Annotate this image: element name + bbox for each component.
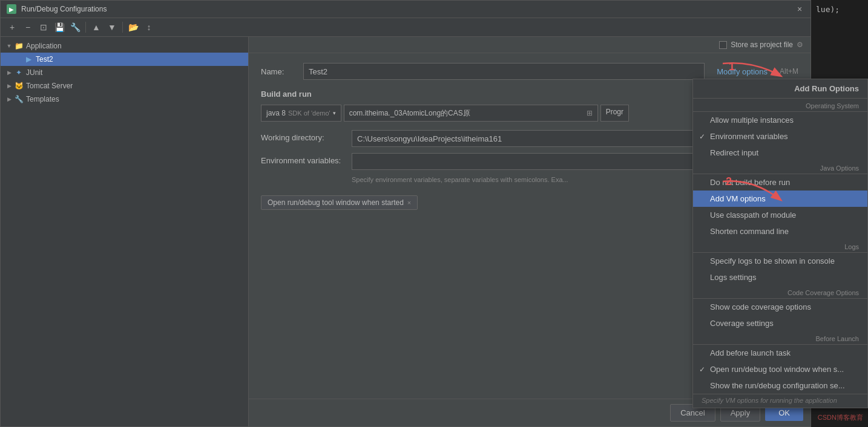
use-classpath-label: Use classpath of module [710, 210, 796, 220]
expand-arrow-junit: ▶ [5, 69, 13, 76]
sidebar-item-tomcat[interactable]: ▶ 🐱 Tomcat Server [1, 79, 248, 93]
copy-button[interactable]: ⊡ [37, 21, 50, 34]
tag-close-button[interactable]: × [407, 199, 411, 206]
save-button[interactable]: 💾 [53, 21, 66, 34]
coverage-settings-label: Coverage settings [710, 319, 774, 328]
name-label: Name: [261, 67, 297, 76]
dropdown-redirect-input[interactable]: Redirect input [693, 145, 867, 161]
expand-arrow-templates: ▶ [5, 96, 13, 103]
section-operating-system: Operating System [693, 99, 867, 112]
tag-label: Open run/debug tool window when started [268, 198, 404, 207]
open-window-tag: Open run/debug tool window when started … [261, 195, 418, 210]
tomcat-label: Tomcat Server [26, 82, 73, 90]
section-code-coverage: Code Coverage Options [693, 285, 867, 299]
env-vars-menu-label: Environment variables [710, 132, 788, 141]
expand-arrow-application: ▼ [5, 42, 13, 50]
add-vm-label: Add VM options [710, 194, 766, 203]
sort-button[interactable]: ↕ [142, 21, 156, 34]
sidebar-item-templates[interactable]: ▶ 🔧 Templates [1, 93, 248, 106]
logs-console-label: Specify logs to be shown in console [710, 256, 835, 266]
content-area: ▼ 📁 Application ▶ Test2 ▶ ✦ JUnit ▶ 🐱 To… [1, 37, 810, 426]
separator-1 [85, 22, 86, 33]
dropdown-coverage-options[interactable]: Show code coverage options [693, 299, 867, 315]
templates-icon: 🔧 [14, 94, 24, 104]
test2-icon: ▶ [24, 54, 33, 64]
sdk-button[interactable]: java 8 SDK of 'demo' ▾ [261, 105, 341, 122]
redirect-input-label: Redirect input [710, 148, 758, 157]
dropdown-before-launch-task[interactable]: Add before launch task [693, 345, 867, 361]
junit-icon: ✦ [14, 68, 24, 77]
toolbar: + − ⊡ 💾 🔧 ▲ ▼ 📂 ↕ [1, 18, 810, 37]
dropdown-shorten-cmd[interactable]: Shorten command line [693, 223, 867, 240]
watermark: CSDN博客教育 [818, 413, 863, 422]
name-input[interactable] [303, 63, 705, 80]
move-down-button[interactable]: ▼ [105, 21, 119, 34]
store-label: Store as project file [731, 41, 793, 49]
section-java-options: Java Options [693, 161, 867, 174]
application-label: Application [26, 42, 62, 50]
dropdown-no-build[interactable]: Do not build before run [693, 174, 867, 191]
sdk-suffix: SDK of 'demo' [288, 109, 330, 117]
code-text: lue); [816, 5, 840, 14]
env-vars-check: ✓ [699, 132, 705, 141]
dropdown-add-vm[interactable]: Add VM options [693, 191, 867, 207]
name-row: Name: Modify options ⌄ Alt+M [261, 63, 798, 80]
sidebar: ▼ 📁 Application ▶ Test2 ▶ ✦ JUnit ▶ 🐱 To… [1, 37, 249, 426]
dropdown-bottom-hint: Specify VM options for running the appli… [693, 394, 867, 408]
section-before-launch: Before Launch [693, 331, 867, 345]
expand-arrow-tomcat: ▶ [5, 82, 13, 90]
main-class-text: com.itheima._03AtomicLong的CAS原 [349, 108, 470, 119]
shorten-cmd-label: Shorten command line [710, 227, 789, 236]
dropdown-logs-console[interactable]: Specify logs to be shown in console [693, 253, 867, 269]
section-logs: Logs [693, 240, 867, 253]
dropdown-logs-settings[interactable]: Logs settings [693, 269, 867, 285]
junit-label: JUnit [26, 68, 42, 77]
dropdown-env-vars[interactable]: ✓ Environment variables [693, 128, 867, 145]
main-class-button[interactable]: com.itheima._03AtomicLong的CAS原 ⊞ [344, 105, 598, 122]
dialog-title: Run/Debug Configurations [21, 5, 795, 13]
sdk-dropdown-arrow: ▾ [333, 110, 336, 116]
dropdown-menu: Add Run Options Operating System Allow m… [692, 79, 868, 408]
wrench-button[interactable]: 🔧 [68, 21, 82, 34]
modify-options-link[interactable]: Modify options ⌄ [717, 67, 776, 76]
open-tool-window-label: Open run/debug tool window when s... [710, 365, 844, 374]
title-bar: ▶ Run/Debug Configurations × [1, 1, 810, 18]
templates-label: Templates [26, 95, 59, 103]
prog-button[interactable]: Progr [600, 105, 629, 122]
sidebar-item-application[interactable]: ▼ 📁 Application [1, 39, 248, 53]
move-up-button[interactable]: ▲ [90, 21, 103, 34]
close-button[interactable]: × [795, 4, 804, 14]
prog-label: Progr [606, 108, 623, 116]
show-config-label: Show the run/debug configuration se... [710, 381, 845, 390]
dropdown-show-config[interactable]: Show the run/debug configuration se... [693, 377, 867, 394]
app-icon: ▶ [7, 4, 16, 14]
coverage-options-label: Show code coverage options [710, 302, 811, 311]
modify-options-arrow: ⌄ [769, 67, 776, 76]
expand-arrow-test2 [15, 56, 22, 63]
dropdown-open-tool-window[interactable]: ✓ Open run/debug tool window when s... [693, 361, 867, 377]
working-dir-label: Working directory: [261, 130, 346, 142]
gear-icon[interactable]: ⚙ [797, 41, 803, 49]
logs-settings-label: Logs settings [710, 273, 757, 282]
allow-multiple-label: Allow multiple instances [710, 116, 794, 125]
modify-options-label: Modify options [717, 67, 768, 76]
no-build-label: Do not build before run [710, 178, 790, 187]
sdk-label: java 8 [266, 109, 286, 117]
separator-2 [122, 22, 123, 33]
add-button[interactable]: + [5, 21, 19, 34]
open-tool-window-check: ✓ [699, 365, 705, 374]
sidebar-item-test2[interactable]: ▶ Test2 [1, 53, 248, 66]
store-checkbox[interactable] [719, 41, 727, 49]
folder-button[interactable]: 📂 [127, 21, 140, 34]
dropdown-header: Add Run Options [693, 79, 867, 99]
dropdown-allow-multiple[interactable]: Allow multiple instances [693, 112, 867, 128]
test2-label: Test2 [36, 55, 53, 64]
dropdown-use-classpath[interactable]: Use classpath of module [693, 207, 867, 223]
run-debug-dialog: ▶ Run/Debug Configurations × + − ⊡ 💾 🔧 ▲… [0, 0, 811, 427]
remove-button[interactable]: − [21, 21, 35, 34]
application-icon: 📁 [14, 41, 24, 51]
env-vars-label: Environment variables: [261, 153, 346, 165]
sidebar-item-junit[interactable]: ▶ ✦ JUnit [1, 66, 248, 79]
dropdown-coverage-settings[interactable]: Coverage settings [693, 315, 867, 331]
before-launch-task-label: Add before launch task [710, 348, 791, 357]
